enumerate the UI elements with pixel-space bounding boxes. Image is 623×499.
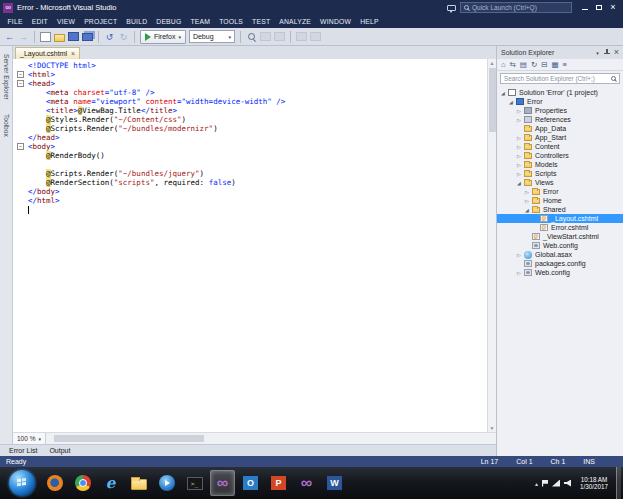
taskbar-clock[interactable]: 10:18 AM 1/30/2017	[575, 476, 613, 491]
scroll-up-icon[interactable]: ▲	[490, 59, 495, 67]
tree-item-scripts[interactable]: ▷Scripts	[497, 169, 623, 178]
menu-item-file[interactable]: FILE	[3, 18, 27, 25]
hscrollbar-thumb[interactable]	[54, 435, 204, 442]
navigate-forward-icon[interactable]: →	[18, 31, 29, 43]
tab-toolbox[interactable]: Toolbox	[3, 114, 10, 137]
tree-item-content[interactable]: ▷Content	[497, 142, 623, 151]
menu-item-window[interactable]: WINDOW	[316, 18, 356, 25]
comment-out-icon[interactable]	[260, 32, 271, 41]
menu-item-analyze[interactable]: ANALYZE	[275, 18, 316, 25]
menu-item-edit[interactable]: EDIT	[27, 18, 52, 25]
tree-item-shared[interactable]: ◢Shared	[497, 205, 623, 214]
next-bookmark-icon[interactable]	[310, 32, 321, 41]
menu-item-team[interactable]: TEAM	[186, 18, 215, 25]
show-desktop-button[interactable]	[616, 467, 621, 499]
action-center-icon[interactable]	[542, 480, 548, 487]
command-prompt-icon[interactable]	[182, 470, 207, 496]
collapse-region-icon[interactable]	[17, 80, 24, 87]
tab-output[interactable]: Output	[43, 447, 76, 454]
auto-hide-pin-icon[interactable]	[603, 49, 610, 57]
tree-item-error[interactable]: ◢Error	[497, 97, 623, 106]
maximize-button[interactable]	[592, 2, 606, 14]
tree-item-home[interactable]: ▷Home	[497, 196, 623, 205]
menu-item-tools[interactable]: TOOLS	[215, 18, 248, 25]
expander-right-icon[interactable]: ▷	[515, 144, 523, 150]
tree-item-layout-cshtml[interactable]: _Layout.cshtml	[497, 214, 623, 223]
tree-item-app-start[interactable]: ▷App_Start	[497, 133, 623, 142]
home-icon[interactable]: ⌂	[501, 60, 506, 70]
expander-down-icon[interactable]: ◢	[499, 90, 507, 96]
expander-down-icon[interactable]: ◢	[507, 99, 515, 105]
menu-item-debug[interactable]: DEBUG	[152, 18, 186, 25]
menu-item-project[interactable]: PROJECT	[80, 18, 122, 25]
expander-right-icon[interactable]: ▷	[515, 117, 523, 123]
firefox-icon[interactable]	[42, 470, 67, 496]
solution-explorer-search[interactable]: Search Solution Explorer (Ctrl+;)	[500, 73, 620, 84]
start-debug-button[interactable]: Firefox	[140, 30, 186, 44]
tree-item-controllers[interactable]: ▷Controllers	[497, 151, 623, 160]
tree-item-references[interactable]: ▷References	[497, 115, 623, 124]
tree-item-solution-error-1-project[interactable]: ◢Solution 'Error' (1 project)	[497, 88, 623, 97]
quick-launch-search[interactable]: Quick Launch (Ctrl+Q)	[460, 2, 572, 13]
volume-icon[interactable]	[564, 480, 571, 487]
expander-right-icon[interactable]: ▷	[515, 153, 523, 159]
navigate-back-icon[interactable]: ←	[4, 31, 15, 43]
tree-item-web-config[interactable]: Web.config	[497, 241, 623, 250]
window-position-icon[interactable]	[596, 50, 599, 56]
tree-item-properties[interactable]: ▷Properties	[497, 106, 623, 115]
toggle-bookmark-icon[interactable]	[296, 32, 307, 41]
menu-item-test[interactable]: TEST	[248, 18, 275, 25]
hidden-icons-chevron[interactable]: ▴	[535, 480, 538, 487]
new-file-icon[interactable]	[40, 32, 51, 42]
scroll-down-icon[interactable]: ▼	[490, 424, 495, 432]
collapse-region-icon[interactable]	[17, 143, 24, 150]
properties-icon[interactable]: ≡	[563, 60, 567, 70]
collapse-region-icon[interactable]	[17, 71, 24, 78]
expander-right-icon[interactable]: ▷	[515, 171, 523, 177]
tab-error-list[interactable]: Error List	[3, 447, 43, 454]
tree-item-global-asax[interactable]: ▷Global.asax	[497, 250, 623, 259]
switch-views-icon[interactable]: ⇆	[510, 60, 516, 70]
uncomment-icon[interactable]	[274, 32, 285, 41]
solution-configurations-dropdown[interactable]: Debug	[189, 30, 235, 43]
expander-down-icon[interactable]: ◢	[523, 207, 531, 213]
pending-changes-filter-icon[interactable]: ▤	[520, 60, 527, 70]
save-icon[interactable]	[68, 32, 79, 41]
minimize-button[interactable]	[578, 2, 592, 14]
menu-item-view[interactable]: VIEW	[52, 18, 79, 25]
show-all-files-icon[interactable]: ▦	[552, 60, 559, 70]
close-button[interactable]	[606, 2, 620, 14]
powerpoint-icon[interactable]	[266, 470, 291, 496]
tree-item-app-data[interactable]: App_Data	[497, 124, 623, 133]
tree-item-web-config[interactable]: ▷Web.config	[497, 268, 623, 277]
scrollbar-thumb[interactable]	[489, 68, 496, 132]
zoom-control[interactable]: 100 %	[13, 433, 46, 444]
expander-down-icon[interactable]: ◢	[515, 180, 523, 186]
tab-server-explorer[interactable]: Server Explorer	[3, 54, 10, 100]
horizontal-scrollbar[interactable]	[46, 433, 496, 444]
network-icon[interactable]	[552, 480, 560, 487]
visual-studio-icon[interactable]	[210, 470, 235, 496]
file-explorer-icon[interactable]	[126, 470, 151, 496]
visual-studio-2-icon[interactable]	[294, 470, 319, 496]
menu-item-build[interactable]: BUILD	[122, 18, 152, 25]
code-editor[interactable]: <!DOCTYPE html><html><head> <meta charse…	[13, 59, 487, 432]
redo-icon[interactable]: ↻	[118, 31, 129, 43]
vertical-scrollbar[interactable]: ▲ ▼	[487, 59, 496, 432]
expander-right-icon[interactable]: ▷	[515, 108, 523, 114]
start-button[interactable]	[9, 470, 35, 496]
document-tab-layout-cshtml[interactable]: _Layout.cshtml	[15, 47, 80, 59]
tree-item-error-cshtml[interactable]: Error.cshtml	[497, 223, 623, 232]
expander-right-icon[interactable]: ▷	[515, 270, 523, 276]
expander-right-icon[interactable]: ▷	[523, 198, 531, 204]
tree-item-error[interactable]: ▷Error	[497, 187, 623, 196]
find-in-files-icon[interactable]	[246, 31, 257, 43]
undo-icon[interactable]: ↺	[104, 31, 115, 43]
internet-explorer-icon[interactable]	[98, 470, 123, 496]
feedback-icon[interactable]	[447, 5, 456, 11]
tab-close-icon[interactable]	[71, 50, 75, 57]
tree-item-models[interactable]: ▷Models	[497, 160, 623, 169]
sync-with-active-document-icon[interactable]: ↻	[531, 60, 537, 70]
expander-right-icon[interactable]: ▷	[515, 252, 523, 258]
expander-right-icon[interactable]: ▷	[515, 162, 523, 168]
